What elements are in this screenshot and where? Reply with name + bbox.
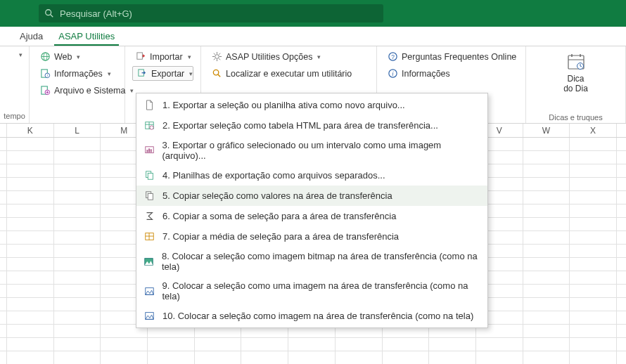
cell[interactable] (54, 204, 101, 217)
cell[interactable] (54, 258, 101, 271)
cell[interactable] (570, 231, 617, 244)
cell[interactable] (523, 191, 570, 204)
faq-button[interactable]: ? Perguntas Frequentes Online (384, 49, 518, 64)
cell[interactable] (7, 164, 54, 177)
cell[interactable] (288, 338, 336, 351)
find-utility-button[interactable]: Localizar e executar um utilitário (208, 66, 369, 81)
cell[interactable] (0, 285, 7, 297)
menu-item-4[interactable]: 4. Planilhas de exportação como arquivos… (136, 165, 487, 186)
tab-asap-utilities[interactable]: ASAP Utilities (54, 27, 119, 46)
cell[interactable] (0, 151, 7, 164)
col-header[interactable]: W (523, 124, 570, 137)
cell[interactable] (54, 325, 101, 337)
menu-item-9[interactable]: 9. Colocar a seleção como uma imagem na … (136, 276, 487, 306)
cell[interactable] (476, 338, 523, 351)
cell[interactable] (0, 245, 7, 257)
cell[interactable] (54, 271, 101, 284)
menu-item-1[interactable]: 1. Exportar a seleção ou planilha ativa … (136, 95, 487, 115)
menu-item-7[interactable]: 7. Copiar a média de seleção para a área… (136, 226, 487, 247)
cell[interactable] (570, 298, 617, 311)
cell[interactable] (570, 218, 617, 230)
cell[interactable] (54, 178, 101, 190)
tab-help[interactable]: Ajuda (15, 27, 47, 46)
options-button[interactable]: ASAP Utilities Opções ▾ (208, 49, 369, 64)
cell[interactable] (54, 231, 101, 244)
cell[interactable] (570, 164, 617, 177)
cell[interactable] (0, 191, 7, 204)
search-box[interactable]: Pesquisar (Alt+G) (39, 4, 383, 22)
col-header[interactable]: K (7, 124, 54, 137)
cell[interactable] (429, 351, 476, 364)
cell[interactable] (0, 218, 7, 230)
menu-item-3[interactable]: 3. Exportar o gráfico selecionado ou um … (136, 136, 487, 165)
cell[interactable] (54, 218, 101, 230)
col-header[interactable] (0, 124, 7, 137)
cell[interactable] (523, 138, 570, 150)
cell[interactable] (7, 271, 54, 284)
cell[interactable] (7, 138, 54, 150)
cell[interactable] (0, 138, 7, 150)
cell[interactable] (0, 204, 7, 217)
cell[interactable] (7, 204, 54, 217)
cell[interactable] (0, 231, 7, 244)
cell[interactable] (0, 351, 7, 364)
cell[interactable] (570, 258, 617, 271)
cell[interactable] (570, 204, 617, 217)
cell[interactable] (523, 311, 570, 324)
cell[interactable] (195, 338, 242, 351)
menu-item-10[interactable]: 10. Colocar a seleção como imagem na áre… (136, 306, 487, 326)
cell[interactable] (7, 311, 54, 324)
cell[interactable] (523, 245, 570, 257)
cell[interactable] (523, 285, 570, 297)
cell[interactable] (570, 245, 617, 257)
cell[interactable] (523, 204, 570, 217)
cell[interactable] (7, 338, 54, 351)
cell[interactable] (523, 338, 570, 351)
cell[interactable] (54, 285, 101, 297)
cell[interactable] (383, 338, 430, 351)
web-button[interactable]: Web ▾ (37, 49, 117, 64)
cell[interactable] (7, 178, 54, 190)
cell[interactable] (476, 351, 523, 364)
export-button[interactable]: Exportar ▾ (132, 66, 193, 81)
col-header[interactable]: X (570, 124, 617, 137)
menu-item-2[interactable]: 2. Exportar seleção como tabela HTML par… (136, 115, 487, 136)
cell[interactable] (54, 164, 101, 177)
cell[interactable] (523, 178, 570, 190)
cell[interactable] (54, 138, 101, 150)
cell[interactable] (54, 351, 101, 364)
cell[interactable] (54, 191, 101, 204)
cell[interactable] (148, 351, 195, 364)
menu-item-8[interactable]: 8. Colocar a seleção como imagem bitmap … (136, 247, 487, 276)
cell[interactable] (570, 271, 617, 284)
cell[interactable] (7, 351, 54, 364)
cell[interactable] (570, 151, 617, 164)
cell[interactable] (570, 285, 617, 297)
cell[interactable] (148, 338, 195, 351)
cell[interactable] (54, 151, 101, 164)
cell[interactable] (429, 338, 476, 351)
cell[interactable] (241, 351, 288, 364)
cell[interactable] (0, 325, 7, 337)
cell[interactable] (7, 298, 54, 311)
cell[interactable] (54, 245, 101, 257)
cell[interactable] (523, 231, 570, 244)
cell[interactable] (523, 271, 570, 284)
info-button[interactable]: i Informações ▾ (37, 66, 117, 81)
cell[interactable] (7, 258, 54, 271)
cell[interactable] (383, 351, 430, 364)
cell[interactable] (523, 351, 570, 364)
cell[interactable] (523, 164, 570, 177)
cell[interactable] (570, 138, 617, 150)
cell[interactable] (7, 231, 54, 244)
cell[interactable] (7, 245, 54, 257)
cell[interactable] (7, 191, 54, 204)
cell[interactable] (54, 298, 101, 311)
cell[interactable] (0, 164, 7, 177)
cell[interactable] (0, 271, 7, 284)
tempo-dropdown[interactable]: ▾ (3, 49, 26, 60)
cell[interactable] (241, 338, 288, 351)
cell[interactable] (0, 178, 7, 190)
cell[interactable] (7, 218, 54, 230)
cell[interactable] (0, 298, 7, 311)
